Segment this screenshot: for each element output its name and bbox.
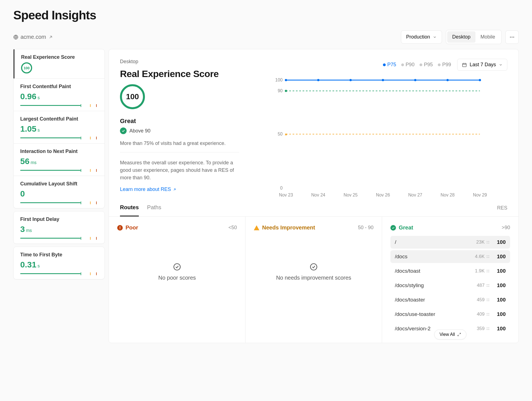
route-path: / [395,239,396,245]
more-menu-button[interactable] [505,30,519,44]
svg-point-1 [510,37,511,37]
svg-text:Nov 23: Nov 23 [279,193,293,197]
domain-link[interactable]: acme.com [13,34,53,40]
route-score: 100 [495,297,506,303]
svg-point-32 [488,243,489,244]
visits-icon [486,284,490,287]
route-score: 100 [495,239,506,245]
svg-point-38 [488,270,489,271]
svg-point-34 [488,256,489,256]
metric-item-2[interactable]: Largest Contentful Paint 1.05s [14,111,104,143]
svg-point-50 [488,313,489,314]
tab-routes[interactable]: Routes [120,199,139,216]
col-great-range: >90 [502,225,510,231]
chevron-down-icon [499,63,503,67]
svg-text:100: 100 [275,78,283,82]
percentile-P99[interactable]: P99 [438,62,451,68]
svg-point-3 [513,37,514,37]
svg-point-27 [174,264,180,270]
route-score: 100 [495,311,506,317]
percentile-P75[interactable]: P75 [383,62,396,68]
status-label: Great [120,118,239,125]
divider [120,152,239,152]
svg-point-14 [317,79,319,81]
route-row-2[interactable]: /docs/toast 1.9K 100 [390,265,510,277]
svg-point-28 [310,264,317,270]
score-ring-small: 100 [21,62,32,73]
svg-point-44 [488,286,489,287]
external-link-icon [173,188,177,191]
route-row-1[interactable]: /docs 4.6K 100 [390,250,510,263]
route-row-4[interactable]: /docs/toaster 459 100 [390,293,510,306]
svg-point-35 [487,257,488,258]
metric-item-4[interactable]: Cumulative Layout Shift 0 [14,176,104,208]
visits-icon [486,313,490,316]
visits-icon [486,255,490,258]
svg-point-15 [349,79,352,81]
col-poor-title: Poor [126,224,138,231]
date-range-select[interactable]: Last 7 Days [457,59,507,71]
col-poor: ! Poor <50 No poor scores [109,217,245,343]
globe-icon [13,35,18,40]
route-path: /docs [395,254,407,260]
metric-item-5[interactable]: First Input Delay 3ms [14,211,104,244]
chevron-down-icon [433,35,437,39]
device-tab-mobile[interactable]: Mobile [475,31,500,43]
svg-point-31 [487,243,488,244]
tab-paths[interactable]: Paths [147,199,161,216]
svg-point-53 [487,328,488,328]
metric-item-1[interactable]: First Contentful Paint 0.96s [14,78,104,111]
metric-item-3[interactable]: Interaction to Next Paint 56ms [14,143,104,176]
percentile-P95[interactable]: P95 [420,62,433,68]
svg-point-46 [488,299,489,300]
learn-more-link[interactable]: Learn more about RES [120,187,239,192]
col-needs-improvement: Needs Improvement 50 - 90 No needs impro… [245,217,382,343]
svg-point-37 [487,270,488,271]
svg-point-13 [285,79,287,81]
external-link-icon [48,35,53,40]
res-chart: 05090100Nov 23Nov 24Nov 25Nov 26Nov 27No… [247,77,507,199]
svg-point-56 [488,329,489,330]
status-sub: Above 90 [129,128,150,134]
device-tab-desktop[interactable]: Desktop [447,31,475,43]
metric-label: Interaction to Next Paint [20,149,98,154]
route-score: 100 [495,254,506,260]
check-circle-icon [120,127,127,134]
environment-select[interactable]: Production [401,30,442,44]
svg-point-16 [382,79,384,81]
route-row-0[interactable]: / 23K 100 [390,236,510,249]
svg-point-41 [487,284,488,285]
metric-item-0[interactable]: Real Experience Score 100 [14,49,104,78]
svg-point-30 [488,241,489,242]
page-title: Speed Insights [13,8,519,22]
metric-label: First Input Delay [20,216,98,222]
svg-point-52 [488,315,489,316]
svg-text:Nov 27: Nov 27 [408,193,422,197]
svg-point-36 [488,257,489,258]
toolbar: acme.com Production Desktop Mobile [13,30,519,44]
route-count: 23K [476,239,490,245]
more-horizontal-icon [509,34,515,40]
route-row-3[interactable]: /docs/styling 487 100 [390,279,510,292]
svg-point-33 [487,256,488,256]
visits-icon [486,269,490,273]
svg-point-17 [414,79,416,81]
check-outline-icon [310,263,318,271]
col-poor-empty: No poor scores [158,275,196,281]
svg-point-51 [487,315,488,316]
percentile-P90[interactable]: P90 [401,62,415,68]
metric-label: First Contentful Paint [20,84,98,90]
svg-text:Nov 24: Nov 24 [311,193,325,197]
svg-point-48 [488,300,489,301]
route-row-5[interactable]: /docs/use-toaster 409 100 [390,308,510,321]
device-segmented: Desktop Mobile [446,30,502,44]
svg-point-42 [488,284,489,285]
visits-icon [486,298,490,302]
metric-item-6[interactable]: Time to First Byte 0.31s [14,247,104,279]
route-path: /docs/toaster [395,297,425,303]
view-all-button[interactable]: View All [434,330,466,339]
route-count: 487 [477,283,490,288]
route-count: 4.6K [475,254,490,259]
svg-point-55 [487,329,488,330]
col-ni-empty: No needs improvement scores [276,275,351,281]
